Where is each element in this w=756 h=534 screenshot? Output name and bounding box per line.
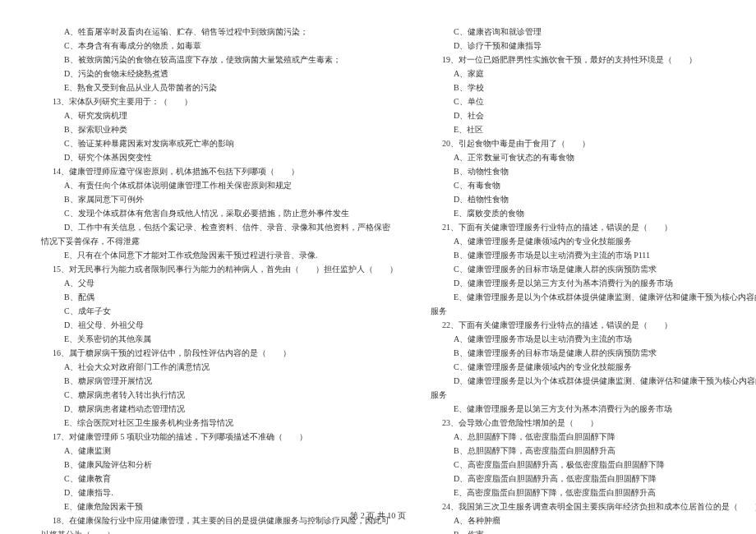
text-line: C、验证某种暴露因素对发病率或死亡率的影响 — [41, 136, 398, 150]
text-line: 以将其分为（ ） — [41, 527, 398, 534]
text-line: 19、对一位已婚肥胖男性实施饮食干预，最好的支持性环境是（ ） — [431, 53, 756, 67]
text-line: 16、属于糖尿病干预的过程评估中，阶段性评估内容的是（ ） — [41, 346, 398, 360]
text-line: B、健康风险评估和分析 — [41, 458, 398, 472]
text-line: D、研究个体基因突变性 — [41, 150, 398, 164]
text-line: A、健康监测 — [41, 444, 398, 458]
text-line: D、诊疗干预和健康指导 — [431, 39, 756, 53]
text-line: B、动物性食物 — [431, 164, 756, 178]
text-line: 23、会导致心血管危险性增加的是（ ） — [431, 416, 756, 430]
text-line: B、伤害 — [431, 527, 756, 534]
text-line: C、发现个体或群体有危害自身或他人情况，采取必要措施，防止意外事件发生 — [41, 206, 398, 220]
text-line: D、植物性食物 — [431, 192, 756, 206]
right-column: C、健康咨询和就诊管理D、诊疗干预和健康指导19、对一位已婚肥胖男性实施饮食干预… — [431, 25, 756, 534]
text-line: 服务 — [431, 388, 756, 402]
text-line: E、健康管理服务是以为个体或群体提供健康监测、健康评估和健康干预为核心内容的专业 — [431, 290, 756, 304]
document-content: A、牲畜屠宰时及畜肉在运输、贮存、销售等过程中到致病菌污染；C、本身含有有毒成分… — [41, 25, 715, 534]
text-line: C、单位 — [431, 94, 756, 108]
text-line: A、牲畜屠宰时及畜肉在运输、贮存、销售等过程中到致病菌污染； — [41, 25, 398, 39]
text-line: B、配偶 — [41, 290, 398, 304]
text-line: D、工作中有关信息，包括个案记录、检查资料、信件、录音、录像和其他资料，严格保密 — [41, 220, 398, 234]
text-line: 21、下面有关健康管理服务行业特点的描述，错误的是（ ） — [431, 220, 756, 234]
text-line: C、健康教育 — [41, 472, 398, 486]
text-line: D、祖父母、外祖父母 — [41, 318, 398, 332]
text-line: A、正常数量可食状态的有毒食物 — [431, 150, 756, 164]
page-footer: 第 2 页 共 10 页 — [0, 510, 756, 522]
text-line: D、健康管理服务是以为个体或群体提供健康监测、健康评估和健康干预为核心内容的专业 — [431, 374, 756, 388]
text-line: D、健康指导. — [41, 486, 398, 499]
text-line: B、探索职业种类 — [41, 122, 398, 136]
text-line: E、只有在个体同意下才能对工作或危险因素干预过程进行录音、录像. — [41, 248, 398, 262]
text-line: A、研究发病机理 — [41, 108, 398, 122]
text-line: C、有毒食物 — [431, 178, 756, 192]
text-line: E、高密度脂蛋白胆固醇下降，低密度脂蛋白胆固醇升高 — [431, 486, 756, 499]
text-line: B、总胆固醇下降，高密度脂蛋白胆固醇升高 — [431, 444, 756, 458]
text-line: C、糖尿病患者转入转出执行情况 — [41, 388, 398, 402]
text-line: B、家属同意下可例外 — [41, 192, 398, 206]
text-line: A、家庭 — [431, 67, 756, 81]
text-line: 13、宋体队列研究主要用于：（ ） — [41, 94, 398, 108]
text-line: 15、对无民事行为能力或者限制民事行为能力的精神病人，首先由（ ）担任监护人（ … — [41, 262, 398, 276]
text-line: 情况下妥善保存，不得泄露 — [41, 234, 398, 248]
text-line: 20、引起食物中毒是由于食用了（ ） — [431, 136, 756, 150]
text-line: D、健康管理服务是以第三方支付为基本消费行为的服务市场 — [431, 276, 756, 290]
text-line: D、高密度脂蛋白胆固醇升高，低密度脂蛋白胆固醇下降 — [431, 472, 756, 486]
text-line: C、健康管理服务的目标市场是健康人群的疾病预防需求 — [431, 262, 756, 276]
text-line: A、健康管理服务是健康领域内的专业化技能服务 — [431, 234, 756, 248]
text-line: A、有责任向个体或群体说明健康管理工作相关保密原则和规定 — [41, 178, 398, 192]
text-line: C、本身含有有毒成分的物质，如毒蕈 — [41, 39, 398, 53]
text-line: C、成年子女 — [41, 304, 398, 318]
text-line: 14、健康管理师应遵守保密原则，机体措施不包括下列哪项（ ） — [41, 164, 398, 178]
text-line: B、健康管理服务市场是以主动消费为主流的市场 P111 — [431, 248, 756, 262]
text-line: C、高密度脂蛋白胆固醇升高，极低密度脂蛋白胆固醇下降 — [431, 458, 756, 472]
text-line: A、社会大众对政府部门工作的满意情况 — [41, 360, 398, 374]
text-line: B、健康管理服务的目标市场是健康人群的疾病预防需求 — [431, 346, 756, 360]
text-line: 17、对健康管理师 5 项职业功能的描述，下列哪项描述不准确（ ） — [41, 430, 398, 444]
text-line: D、污染的食物未经烧熟煮透 — [41, 67, 398, 81]
text-line: E、健康管理服务是以第三方支付为基本消费行为的服务市场 — [431, 402, 756, 416]
text-line: E、关系密切的其他亲属 — [41, 332, 398, 346]
text-line: D、糖尿病患者建档动态管理情况 — [41, 402, 398, 416]
text-line: E、社区 — [431, 122, 756, 136]
text-line: A、总胆固醇下降，低密度脂蛋白胆固醇下降 — [431, 430, 756, 444]
text-line: E、综合医院对社区卫生服务机构业务指导情况 — [41, 416, 398, 430]
text-line: 22、下面有关健康管理服务行业特点的描述，错误的是（ ） — [431, 318, 756, 332]
left-column: A、牲畜屠宰时及畜肉在运输、贮存、销售等过程中到致病菌污染；C、本身含有有毒成分… — [41, 25, 398, 534]
text-line: B、糖尿病管理开展情况 — [41, 374, 398, 388]
text-line: D、社会 — [431, 108, 756, 122]
text-line: A、健康管理服务市场是以主动消费为主流的市场 — [431, 332, 756, 346]
text-line: C、健康咨询和就诊管理 — [431, 25, 756, 39]
text-line: 服务 — [431, 304, 756, 318]
text-line: B、学校 — [431, 81, 756, 94]
text-line: C、健康管理服务是健康领域内的专业化技能服务 — [431, 360, 756, 374]
text-line: E、腐败变质的食物 — [431, 206, 756, 220]
text-line: B、被致病菌污染的食物在较高温度下存放，使致病菌大量繁殖或产生毒素； — [41, 53, 398, 67]
text-line: A、父母 — [41, 276, 398, 290]
text-line: E、熟食又受到食品从业人员带菌者的污染 — [41, 81, 398, 94]
